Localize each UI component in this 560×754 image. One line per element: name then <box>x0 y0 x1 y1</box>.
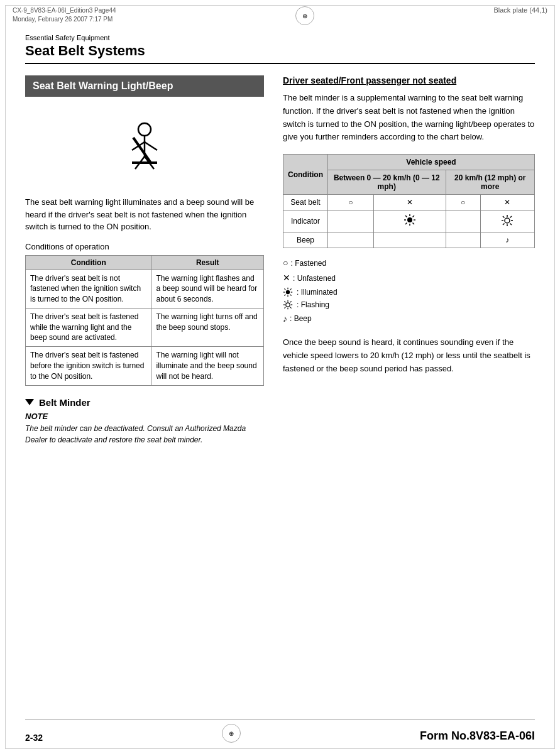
result-cell: The warning light flashes and a beep sou… <box>151 270 264 308</box>
section-title: Seat Belt Systems <box>25 43 535 64</box>
speed-table-row: Seat belt ○ ✕ ○ ✕ <box>283 195 535 210</box>
seatbelt-icon <box>119 122 170 178</box>
right-body-text: The belt minder is a supplemental warnin… <box>283 92 535 144</box>
result-cell: The warning light turns off and the beep… <box>151 308 264 346</box>
seatbelt-icon-area <box>25 109 264 196</box>
page-header: CX-9_8V83-EA-06I_Edition3 Page44 Monday,… <box>0 0 560 28</box>
svg-line-33 <box>290 288 292 290</box>
svg-point-8 <box>407 217 412 222</box>
conditions-title: Conditions of operation <box>25 242 264 251</box>
triangle-icon <box>25 399 34 405</box>
svg-point-0 <box>138 123 151 136</box>
warning-light-box: Seat Belt Warning Light/Beep <box>25 75 264 97</box>
header-line2: Monday, February 26 2007 7:17 PM <box>13 15 116 24</box>
svg-line-25 <box>503 223 505 225</box>
flashing-label: : Flashing <box>297 298 329 311</box>
conditions-table: Condition Result The driver's seat belt … <box>25 255 264 386</box>
fastened-label: : Fastened <box>290 257 326 270</box>
belt-minder-label: Belt Minder <box>39 397 91 408</box>
page-number: 2-32 <box>25 733 43 743</box>
header-line1: CX-9_8V83-EA-06I_Edition3 Page44 <box>13 6 116 15</box>
note-label: NOTE <box>25 412 264 421</box>
svg-line-22 <box>503 216 505 218</box>
illuminated-legend-icon <box>283 287 293 297</box>
section-label: Essential Safety Equipment <box>25 34 535 41</box>
cell-c2: ✕ <box>373 195 446 210</box>
svg-line-13 <box>405 216 407 217</box>
registration-mark: ⊕ <box>295 6 314 25</box>
legend-item-flashing: : Flashing <box>283 298 535 311</box>
illuminated-label: : Illuminated <box>297 286 338 298</box>
cell-c4: ♪ <box>480 232 534 248</box>
page-footer: 2-32 ⊕ Form No.8V83-EA-06I <box>25 719 535 743</box>
left-column: Seat Belt Warning Light/Beep <box>25 75 264 445</box>
cell-c2 <box>373 210 446 232</box>
row-label: Seat belt <box>283 195 328 210</box>
main-content: Essential Safety Equipment Seat Belt Sys… <box>0 28 560 458</box>
svg-line-32 <box>290 295 292 296</box>
condition-cell: The driver's seat belt is fastened befor… <box>26 347 151 385</box>
footer-registration-mark: ⊕ <box>222 724 241 743</box>
cell-c3 <box>446 232 480 248</box>
after-text: Once the beep sound is heard, it continu… <box>283 336 535 375</box>
body-text: The seat belt warning light illuminates … <box>25 196 264 233</box>
svg-line-43 <box>284 307 285 309</box>
two-column-layout: Seat Belt Warning Light/Beep <box>25 75 535 445</box>
illuminated-icon <box>404 214 416 226</box>
condition-header: Condition <box>283 155 328 195</box>
svg-line-34 <box>284 295 285 296</box>
conditions-col-header: Condition <box>26 255 151 270</box>
header-file-info: CX-9_8V83-EA-06I_Edition3 Page44 Monday,… <box>13 6 116 24</box>
svg-line-16 <box>405 223 407 225</box>
right-column: Driver seated/Front passenger not seated… <box>283 75 535 445</box>
form-number: Form No.8V83-EA-06I <box>420 729 535 743</box>
svg-line-23 <box>510 223 512 225</box>
svg-line-41 <box>290 307 292 309</box>
legend-item-illuminated: : Illuminated <box>283 286 535 298</box>
unfastened-label: : Unfastened <box>293 272 336 285</box>
svg-line-40 <box>284 302 285 303</box>
legend-item-fastened: ○ : Fastened <box>283 256 535 271</box>
cell-c4: ✕ <box>480 195 534 210</box>
cell-c2 <box>373 232 446 248</box>
row-label: Indicator <box>283 210 328 232</box>
speed-table-row: Indicator <box>283 210 535 232</box>
svg-line-42 <box>290 302 292 303</box>
speed-table: Condition Vehicle speed Between 0 — 20 k… <box>283 154 535 248</box>
belt-minder-title: Belt Minder <box>25 397 264 408</box>
svg-line-24 <box>510 216 512 218</box>
svg-line-14 <box>412 223 414 225</box>
table-row: The driver's seat belt is not fastened w… <box>26 270 264 308</box>
condition-cell: The driver's seat belt is fastened while… <box>26 308 151 346</box>
table-row: The driver's seat belt is fastened while… <box>26 308 264 346</box>
legend-item-beep: ♪ : Beep <box>283 312 535 327</box>
note-text: The belt minder can be deactivated. Cons… <box>25 423 264 445</box>
cell-c3 <box>446 210 480 232</box>
row-label: Beep <box>283 232 328 248</box>
svg-point-17 <box>505 218 510 223</box>
svg-line-3 <box>145 142 157 150</box>
beep-label: : Beep <box>290 312 312 325</box>
beep-symbol: ♪ <box>283 312 287 327</box>
result-col-header: Result <box>151 255 264 270</box>
legend-area: ○ : Fastened ✕ : Unfastened <box>283 256 535 326</box>
svg-line-31 <box>284 288 285 290</box>
speed-range1-header: Between 0 — 20 km/h (0 — 12 mph) <box>327 170 446 195</box>
condition-cell: The driver's seat belt is not fastened w… <box>26 270 151 308</box>
legend-item-unfastened: ✕ : Unfastened <box>283 271 535 286</box>
speed-table-row: Beep ♪ <box>283 232 535 248</box>
cell-c1 <box>327 210 373 232</box>
table-row: The driver's seat belt is fastened befor… <box>26 347 264 385</box>
right-section-title: Driver seated/Front passenger not seated <box>283 75 535 85</box>
unfastened-symbol: ✕ <box>283 271 290 286</box>
svg-point-35 <box>286 303 290 307</box>
result-cell: The warning light will not illuminate an… <box>151 347 264 385</box>
svg-point-26 <box>286 290 290 294</box>
cell-c4 <box>480 210 534 232</box>
speed-range2-header: 20 km/h (12 mph) or more <box>446 170 534 195</box>
cell-c3: ○ <box>446 195 480 210</box>
fastened-symbol: ○ <box>283 256 288 271</box>
header-center-mark: ⊕ <box>295 6 314 25</box>
vehicle-speed-header: Vehicle speed <box>327 155 534 170</box>
flashing-icon <box>501 214 513 227</box>
